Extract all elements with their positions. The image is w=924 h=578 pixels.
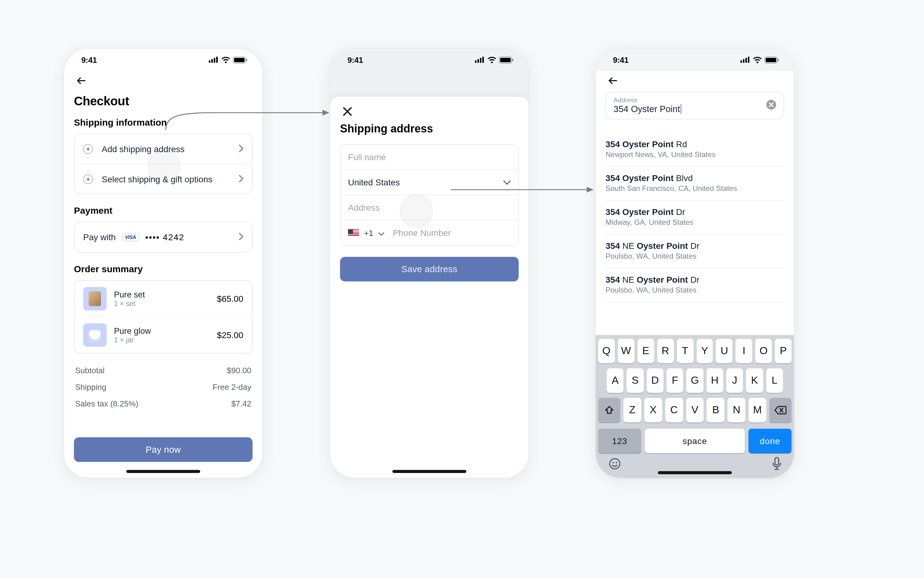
- cellular-icon: [209, 57, 219, 63]
- svg-rect-29: [775, 458, 779, 465]
- product-thumbnail: [83, 287, 107, 310]
- key-t[interactable]: T: [677, 339, 693, 364]
- mic-key[interactable]: [772, 457, 782, 473]
- close-button[interactable]: [340, 104, 355, 119]
- back-button[interactable]: [74, 73, 89, 88]
- key-i[interactable]: I: [736, 339, 752, 364]
- address-search-input[interactable]: Address 354 Oyster Point: [606, 92, 784, 120]
- page-title: Checkout: [74, 94, 253, 109]
- product-name: Pure set: [114, 290, 209, 299]
- placeholder: Address: [348, 203, 380, 213]
- country-select[interactable]: United States: [341, 169, 518, 195]
- battery-icon: [233, 56, 248, 63]
- key-y[interactable]: Y: [697, 339, 713, 364]
- key-h[interactable]: H: [706, 368, 723, 393]
- suggestion-main: 354 Oyster Point Blvd: [606, 173, 784, 183]
- emoji-key[interactable]: [608, 457, 622, 473]
- key-q[interactable]: Q: [598, 339, 615, 364]
- product-thumbnail: [83, 323, 107, 347]
- phone-field[interactable]: +1 Phone Number: [341, 220, 518, 245]
- suggestion-row[interactable]: 354 Oyster Point BlvdSouth San Francisco…: [606, 167, 784, 201]
- subtotal-row: Subtotal$90.00: [75, 362, 251, 379]
- key-c[interactable]: C: [665, 398, 683, 422]
- back-button[interactable]: [606, 73, 620, 88]
- suggestion-sub: Poulsbo, WA, United States: [606, 252, 784, 260]
- key-z[interactable]: Z: [624, 398, 641, 422]
- placeholder: Full name: [348, 152, 386, 162]
- clear-button[interactable]: [766, 100, 776, 112]
- status-time: 9:41: [348, 55, 363, 64]
- key-l[interactable]: L: [766, 368, 783, 393]
- home-indicator: [392, 470, 466, 473]
- order-section-heading: Order summary: [74, 264, 253, 274]
- key-u[interactable]: U: [716, 339, 733, 364]
- selected-value: United States: [348, 177, 400, 187]
- key-d[interactable]: D: [646, 368, 663, 393]
- shift-key[interactable]: [598, 398, 620, 422]
- key-w[interactable]: W: [618, 339, 635, 364]
- card-mask: •••• 4242: [145, 232, 185, 242]
- select-shipping-options-row[interactable]: + Select shipping & gift options: [75, 164, 252, 193]
- save-address-button[interactable]: Save address: [340, 257, 519, 281]
- numbers-key[interactable]: 123: [598, 429, 641, 453]
- pay-now-button[interactable]: Pay now: [74, 437, 253, 462]
- suggestion-row[interactable]: 354 Oyster Point RdNewport News, VA, Uni…: [606, 133, 784, 167]
- suggestion-main: 354 NE Oyster Point Dr: [606, 241, 784, 251]
- key-p[interactable]: P: [775, 339, 792, 364]
- key-m[interactable]: M: [749, 398, 766, 422]
- space-key[interactable]: space: [645, 429, 745, 453]
- product-sub: 1 × set: [114, 300, 209, 307]
- key-j[interactable]: J: [726, 368, 743, 393]
- key-o[interactable]: O: [755, 339, 772, 364]
- status-bar: 9:41: [330, 49, 529, 71]
- key-f[interactable]: F: [666, 368, 684, 393]
- svg-rect-17: [740, 60, 742, 63]
- suggestion-row[interactable]: 354 Oyster Point DrMidway, GA, United St…: [606, 201, 784, 235]
- placeholder: Phone Number: [393, 228, 451, 238]
- backspace-key[interactable]: [770, 398, 792, 422]
- payment-method-row[interactable]: Pay with VISA •••• 4242: [75, 222, 252, 252]
- field-value: 354 Oyster Point: [614, 104, 762, 114]
- value: $90.00: [227, 366, 251, 375]
- svg-point-26: [610, 459, 620, 469]
- key-a[interactable]: A: [607, 368, 624, 393]
- svg-rect-14: [512, 58, 513, 61]
- tax-row: Sales tax (8.25%)$7.42: [75, 395, 251, 412]
- key-n[interactable]: N: [728, 398, 746, 422]
- chevron-right-icon: [239, 232, 243, 243]
- key-r[interactable]: R: [657, 339, 674, 364]
- key-x[interactable]: X: [644, 398, 662, 422]
- cellular-icon: [740, 57, 750, 63]
- key-g[interactable]: G: [687, 368, 703, 393]
- svg-rect-10: [480, 58, 481, 63]
- label: Shipping: [75, 382, 106, 392]
- chevron-right-icon: [239, 174, 243, 185]
- svg-rect-19: [745, 58, 747, 63]
- svg-rect-18: [743, 59, 744, 63]
- key-e[interactable]: E: [638, 339, 654, 364]
- key-b[interactable]: B: [707, 398, 725, 422]
- suggestion-row[interactable]: 354 NE Oyster Point DrPoulsbo, WA, Unite…: [606, 268, 784, 302]
- payment-section-heading: Payment: [74, 205, 253, 216]
- add-shipping-address-row[interactable]: + Add shipping address: [75, 134, 252, 164]
- suggestion-list: 354 Oyster Point RdNewport News, VA, Uni…: [596, 133, 794, 302]
- home-indicator: [126, 470, 200, 473]
- key-v[interactable]: V: [686, 398, 704, 422]
- flag-usa-icon: [348, 229, 359, 237]
- battery-icon: [499, 56, 514, 63]
- suggestion-sub: Midway, GA, United States: [606, 218, 784, 227]
- shipping-row: ShippingFree 2-day: [75, 379, 251, 395]
- done-key[interactable]: done: [749, 429, 792, 453]
- svg-rect-20: [748, 57, 749, 63]
- address-field[interactable]: Address: [341, 195, 518, 220]
- chevron-right-icon: [239, 143, 243, 154]
- key-k[interactable]: K: [746, 368, 763, 393]
- svg-point-27: [613, 462, 614, 463]
- product-sub: 1 × jar: [114, 336, 209, 344]
- fullname-field[interactable]: Full name: [341, 145, 518, 169]
- suggestion-row[interactable]: 354 NE Oyster Point DrPoulsbo, WA, Unite…: [606, 235, 784, 268]
- suggestion-sub: Poulsbo, WA, United States: [606, 286, 784, 294]
- wifi-icon: [487, 56, 497, 63]
- svg-rect-23: [778, 58, 779, 61]
- key-s[interactable]: S: [627, 368, 644, 393]
